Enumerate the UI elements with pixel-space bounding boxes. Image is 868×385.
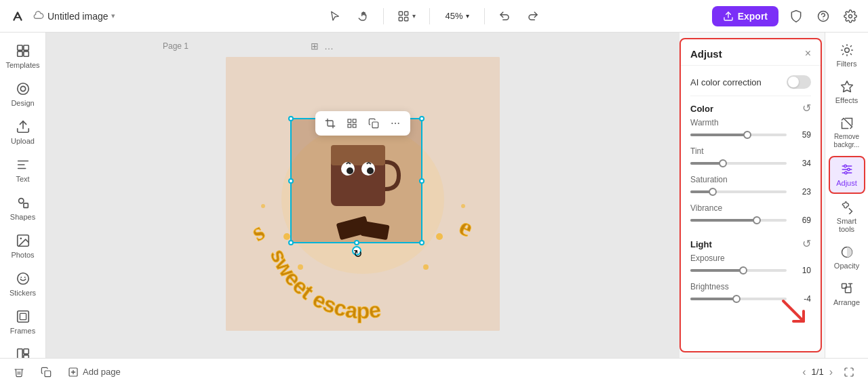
trash-button[interactable] (8, 364, 30, 380)
svg-point-61 (844, 171, 846, 174)
right-bar-item-adjust[interactable]: Adjust (829, 156, 865, 194)
settings-button[interactable] (841, 7, 860, 26)
saturation-thumb[interactable] (709, 188, 717, 196)
warmth-thumb[interactable] (743, 131, 751, 139)
copy-button[interactable] (364, 114, 383, 133)
svg-rect-23 (20, 313, 26, 319)
svg-point-20 (20, 277, 22, 278)
adjust-close-button[interactable]: × (805, 47, 811, 60)
svg-point-19 (17, 273, 28, 285)
right-bar-item-opacity[interactable]: Opacity (829, 240, 865, 275)
prev-page-button[interactable]: ‹ (802, 366, 806, 378)
zoom-button[interactable]: 45% ▾ (438, 8, 475, 24)
right-bar-item-effects[interactable]: Effects (829, 75, 865, 110)
svg-point-60 (847, 168, 849, 170)
tint-thumb[interactable] (719, 159, 727, 167)
redo-button[interactable] (521, 7, 545, 25)
undo-button[interactable] (493, 7, 516, 25)
tint-track[interactable] (690, 162, 787, 165)
warmth-track[interactable] (690, 134, 787, 136)
sidebar-item-shapes[interactable]: Shapes (4, 190, 42, 226)
undo-icon (498, 10, 511, 22)
page-icon-grid[interactable]: ⊞ (311, 41, 319, 52)
effects-icon (840, 80, 854, 94)
right-bar-item-smart-tools[interactable]: Smart tools (829, 195, 865, 239)
right-bar-item-filters[interactable]: Filters (829, 38, 865, 73)
more-button[interactable] (386, 114, 405, 133)
svg-rect-47 (348, 119, 351, 123)
page-indicator: 1/1 (812, 367, 824, 377)
view-toggle-button[interactable]: ▾ (392, 7, 421, 25)
move-tool-button[interactable] (352, 7, 375, 25)
design-svg: sweet escape (226, 57, 500, 331)
sidebar-item-photos[interactable]: Photos (4, 228, 42, 264)
redo-icon (527, 10, 539, 22)
photos-icon (16, 233, 31, 248)
tint-slider-row: Tint 34 (690, 146, 811, 168)
ai-color-row: AI color correction (690, 71, 811, 96)
filters-icon (840, 43, 854, 57)
sidebar-item-design[interactable]: Design (4, 76, 42, 113)
sidebar-item-templates[interactable]: Templates (4, 38, 42, 75)
svg-point-12 (17, 83, 28, 95)
svg-rect-16 (23, 203, 27, 207)
svg-rect-8 (17, 45, 22, 50)
exposure-control: 10 (690, 266, 811, 275)
color-reset-button[interactable]: ↺ (802, 103, 811, 114)
warmth-control: 59 (690, 130, 811, 140)
canvas-background[interactable]: sweet escape (226, 57, 500, 331)
doc-title-area[interactable]: Untitled image ▾ (33, 9, 115, 24)
warmth-value: 59 (792, 130, 811, 140)
page-nav: ‹ 1/1 › (802, 366, 833, 378)
svg-point-15 (18, 199, 23, 203)
exposure-label: Exposure (690, 254, 811, 263)
add-page-label: Add page (83, 367, 121, 377)
sidebar-item-frames[interactable]: Frames (4, 304, 42, 340)
help-button[interactable] (814, 7, 833, 26)
design-icon (16, 81, 31, 96)
saturation-track[interactable] (690, 190, 787, 193)
sidebar-item-text[interactable]: Text (4, 152, 42, 188)
brightness-track[interactable] (690, 298, 787, 300)
add-page-button[interactable]: Add page (62, 364, 126, 380)
vibrance-value: 69 (792, 216, 811, 225)
expand-button[interactable] (838, 364, 860, 380)
duplicate-button[interactable] (35, 364, 57, 380)
sidebar-item-collage[interactable]: Collage (4, 342, 42, 358)
right-bar-item-remove-bg[interactable]: Remove backgr... (829, 111, 865, 155)
svg-point-42 (436, 233, 443, 240)
sidebar-item-upload[interactable]: Upload (4, 114, 42, 150)
export-button[interactable]: Export (712, 6, 778, 26)
select-tool-button[interactable] (323, 7, 347, 25)
shield-button[interactable] (787, 7, 806, 26)
right-bar-item-arrange[interactable]: Arrange (829, 277, 865, 312)
svg-point-53 (395, 123, 396, 124)
arrange-icon (840, 282, 854, 296)
sidebar-item-stickers[interactable]: Stickers (4, 266, 42, 302)
vibrance-thumb[interactable] (753, 216, 761, 224)
adjust-icon (840, 163, 854, 176)
exposure-track[interactable] (690, 269, 787, 272)
svg-point-18 (20, 237, 22, 239)
vibrance-track[interactable] (690, 219, 787, 222)
page-total: 1 (818, 367, 823, 377)
grid-button[interactable] (342, 114, 361, 133)
svg-rect-25 (23, 349, 28, 354)
tint-fill (690, 162, 723, 165)
svg-point-13 (20, 86, 25, 91)
svg-rect-0 (399, 12, 403, 15)
next-page-button[interactable]: › (829, 366, 833, 378)
float-toolbar (315, 111, 410, 136)
right-panel: Adjust × AI color correction Color ↺ (679, 33, 868, 358)
crop-button[interactable] (321, 114, 340, 133)
shapes-icon (16, 195, 31, 210)
light-reset-button[interactable]: ↺ (802, 239, 811, 249)
logo[interactable] (8, 7, 27, 26)
brightness-thumb[interactable] (732, 295, 741, 303)
svg-point-36 (367, 167, 374, 174)
title-chevron-icon: ▾ (111, 12, 115, 20)
more-icon (390, 118, 401, 129)
ai-color-toggle[interactable] (787, 75, 811, 89)
exposure-thumb[interactable] (739, 266, 747, 275)
page-icon-more[interactable]: … (324, 41, 334, 52)
